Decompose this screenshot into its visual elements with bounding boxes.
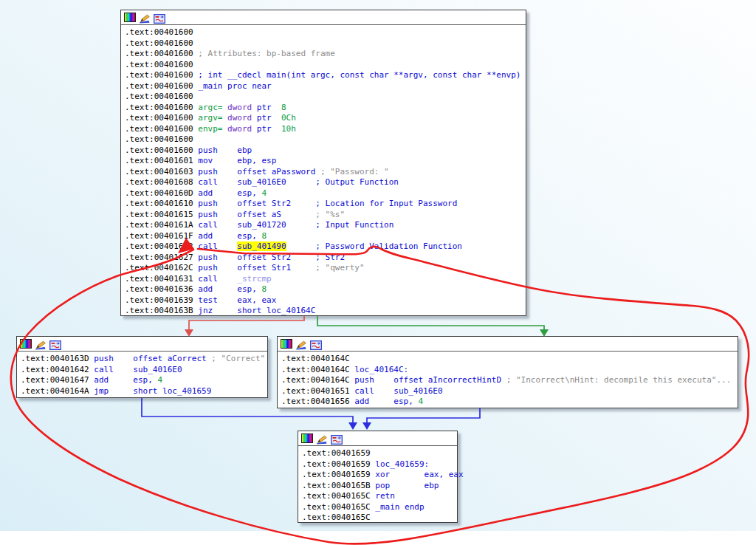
asm-token-b: ptr: [257, 113, 281, 123]
group-node-icon[interactable]: [154, 13, 165, 22]
asm-token-g: 10h: [281, 124, 296, 134]
asm-token-v: dword: [227, 103, 257, 112]
asm-token-b: add esp,: [94, 375, 157, 385]
asm-line[interactable]: .text:0040165C: [302, 513, 454, 524]
asm-line[interactable]: .text:00401600: [125, 38, 523, 49]
asm-line[interactable]: .text:0040163D push offset aCorrect ; "C…: [21, 354, 264, 365]
asm-line[interactable]: .text:0040161F add esp, 8: [125, 231, 523, 242]
asm-token-b: push offset aCorrect: [94, 354, 211, 363]
ida-graph-canvas[interactable]: .text:00401600.text:00401600.text:004016…: [0, 0, 756, 545]
asm-line[interactable]: .text:00401627 push offset Str2 ; Str2: [125, 253, 523, 264]
node-titlebar: [121, 10, 526, 25]
asm-line[interactable]: .text:0040164C loc_40164C:: [281, 365, 735, 376]
group-node-icon[interactable]: [49, 339, 61, 349]
asm-token-a: .text:0040161A: [125, 220, 198, 230]
asm-token-c: ; "Incorrect\nHint: decompile this execu…: [506, 375, 732, 385]
asm-token-g: 4: [157, 375, 162, 385]
asm-line[interactable]: .text:00401600: [125, 92, 523, 103]
asm-line[interactable]: .text:00401647 add esp, 4: [21, 375, 264, 386]
edge-incorrect-to-exit: [367, 408, 480, 423]
asm-token-a: .text:00401600: [125, 49, 198, 58]
asm-token-b: [286, 241, 316, 251]
edge-correct-to-exit-arrowhead: [348, 422, 357, 430]
highlighted-operand[interactable]: sub_401490: [237, 241, 286, 251]
node-code: .text:0040163D push offset aCorrect ; "C…: [17, 352, 267, 398]
node-color-icon[interactable]: [20, 339, 32, 349]
node-color-icon[interactable]: [281, 339, 292, 349]
edit-node-icon[interactable]: [139, 13, 151, 22]
asm-token-a: .text:00401656: [281, 397, 354, 406]
asm-token-b: _main proc near: [198, 81, 271, 91]
asm-token-a: .text:0040165C: [302, 491, 375, 501]
node-color-icon[interactable]: [301, 433, 313, 443]
asm-line[interactable]: .text:0040165B pop ebp: [302, 481, 454, 492]
asm-token-g: 0Ch: [281, 113, 296, 123]
asm-line[interactable]: .text:00401600 push ebp: [125, 145, 523, 157]
node-color-icon[interactable]: [124, 13, 136, 22]
asm-line[interactable]: .text:00401600: [125, 134, 523, 145]
asm-token-b: mov ebp, esp: [198, 156, 276, 165]
asm-line[interactable]: .text:0040163B jnz short loc_40164C: [125, 306, 523, 317]
asm-token-v: dword: [227, 113, 257, 123]
asm-line[interactable]: .text:0040164C: [281, 354, 735, 365]
asm-token-b: call sub_4016E0: [198, 177, 315, 187]
graph-node-incorrect[interactable]: .text:0040164C.text:0040164C loc_40164C:…: [277, 336, 738, 408]
graph-node-correct[interactable]: .text:0040163D push offset aCorrect ; "C…: [16, 336, 268, 398]
asm-line[interactable]: .text:00401639 test eax, eax: [125, 295, 523, 306]
asm-line[interactable]: .text:0040160D add esp, 4: [125, 188, 523, 199]
asm-token-a: .text:0040162C: [125, 263, 198, 272]
asm-line[interactable]: .text:00401600 argc= dword ptr 8: [125, 103, 523, 114]
asm-line[interactable]: .text:0040165C _main endp: [302, 502, 454, 513]
edge-true-branch: [317, 316, 544, 329]
asm-line[interactable]: .text:00401651 call sub_4016E0: [281, 386, 735, 397]
asm-line[interactable]: .text:00401600 argv= dword ptr 0Ch: [125, 113, 523, 124]
asm-token-a: .text:00401642: [21, 365, 94, 374]
asm-line[interactable]: .text:00401636 add esp, 8: [125, 284, 523, 295]
asm-line[interactable]: .text:00401600 ; Attributes: bp-based fr…: [125, 49, 523, 60]
asm-token-g: 4: [418, 397, 423, 406]
node-titlebar: [17, 337, 267, 352]
asm-line[interactable]: .text:00401600: [125, 60, 523, 71]
asm-line[interactable]: .text:00401642 call sub_4016E0: [21, 365, 264, 376]
asm-token-a: .text:00401608: [125, 177, 198, 187]
asm-line[interactable]: .text:00401659 loc_401659:: [302, 459, 454, 470]
asm-token-a: .text:00401600: [125, 27, 193, 37]
asm-line[interactable]: .text:0040165C retn: [302, 491, 454, 502]
asm-token-b: test eax, eax: [198, 295, 276, 305]
asm-line[interactable]: .text:00401600 envp= dword ptr 10h: [125, 124, 523, 135]
asm-token-a: .text:00401631: [125, 274, 198, 284]
asm-line[interactable]: .text:00401600 _main proc near: [125, 81, 523, 92]
edit-node-icon[interactable]: [35, 339, 47, 349]
asm-line[interactable]: .text:00401600 ; int __cdecl main(int ar…: [125, 70, 523, 81]
group-node-icon[interactable]: [331, 433, 343, 443]
asm-line[interactable]: .text:0040162C push offset Str1 ; "qwert…: [125, 263, 523, 274]
asm-token-a: .text:0040163B: [125, 306, 198, 315]
asm-line[interactable]: .text:00401656 add esp, 4: [281, 397, 735, 408]
asm-token-b: jnz short loc_40164C: [198, 306, 315, 315]
graph-node-main[interactable]: .text:00401600.text:00401600.text:004016…: [120, 10, 526, 316]
asm-line[interactable]: .text:00401610 push offset Str2 ; Locati…: [125, 199, 523, 210]
asm-line[interactable]: .text:00401615 push offset aS ; "%s": [125, 210, 523, 221]
asm-line[interactable]: .text:00401600: [125, 27, 523, 38]
asm-token-b: call: [198, 274, 237, 284]
asm-line[interactable]: .text:00401631 call _strcmp: [125, 274, 523, 285]
asm-line[interactable]: .text:00401601 mov ebp, esp: [125, 156, 523, 167]
edit-node-icon[interactable]: [295, 339, 307, 349]
graph-node-exit[interactable]: .text:00401659.text:00401659 loc_401659:…: [298, 431, 458, 523]
asm-token-b: ptr: [257, 103, 281, 112]
node-code: .text:0040164C.text:0040164C loc_40164C:…: [278, 352, 738, 409]
asm-line[interactable]: .text:0040164A jmp short loc_401659: [21, 386, 264, 397]
group-node-icon[interactable]: [310, 339, 322, 349]
asm-line[interactable]: .text:00401659: [302, 448, 454, 459]
asm-token-b: call sub_4016E0: [354, 386, 442, 396]
asm-token-g: envp=: [198, 124, 227, 134]
asm-line[interactable]: .text:00401659 xor eax, eax: [302, 470, 454, 481]
edit-node-icon[interactable]: [316, 433, 328, 443]
asm-line[interactable]: .text:00401603 push offset aPassword ; "…: [125, 167, 523, 178]
edge-false-branch: [189, 316, 304, 329]
asm-line[interactable]: .text:00401608 call sub_4016E0 ; Output …: [125, 177, 523, 188]
asm-line[interactable]: .text:0040161A call sub_401720 ; Input F…: [125, 220, 523, 231]
asm-token-b: add esp,: [198, 231, 261, 241]
asm-line[interactable]: .text:0040164C push offset aIncorrectHin…: [281, 375, 735, 386]
asm-line[interactable]: .text:00401622 call sub_401490 ; Passwor…: [125, 241, 523, 253]
